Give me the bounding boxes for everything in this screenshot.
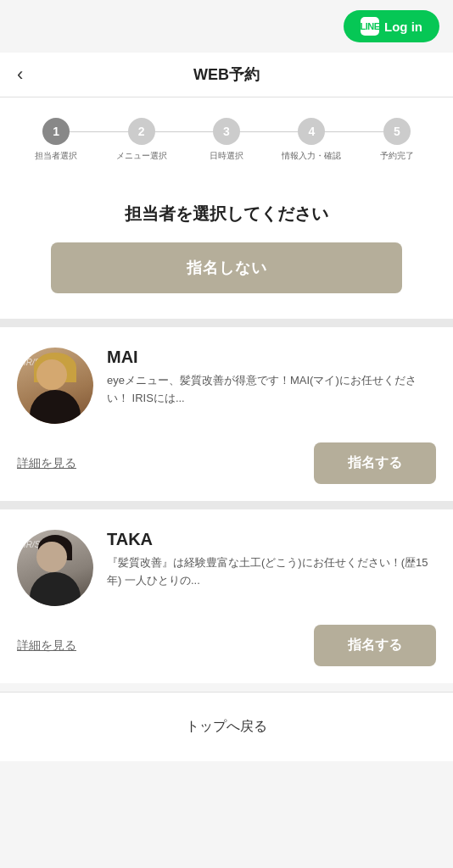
step-2-label: メニュー選択 (116, 150, 167, 162)
step-2-circle: 2 (128, 118, 155, 145)
back-button[interactable]: ‹ (17, 64, 23, 86)
stylist-info-taka: IR/S TAKA 『髪質改善』は経験豊富な土工(どこう)にお任せください！(歴… (17, 530, 436, 606)
taka-head (36, 542, 67, 572)
mai-figure (17, 359, 93, 424)
step-indicator: 1 担当者選択 2 メニュー選択 3 日時選択 4 情報入力・確認 5 予約完了 (0, 97, 453, 179)
back-to-top-link[interactable]: トップへ戻る (0, 692, 453, 761)
line-login-button[interactable]: LINE Log in (344, 10, 439, 42)
page-header: ‹ WEB予約 (0, 53, 453, 97)
step-1: 1 担当者選択 (14, 118, 98, 162)
no-nomination-wrapper: 指名しない (0, 242, 453, 319)
step-4-circle: 4 (298, 118, 325, 145)
step-2: 2 メニュー選択 (98, 118, 183, 162)
step-3-circle: 3 (213, 118, 240, 145)
stylist-info-mai: IR/S MAI eyeメニュー、髪質改善が得意です！MAI(マイ)にお任せくだ… (17, 348, 436, 424)
stylist-actions-mai: 詳細を見る 指名する (17, 439, 436, 484)
login-label: Log in (384, 19, 422, 34)
stylist-text-taka: TAKA 『髪質改善』は経験豊富な土工(どこう)にお任せください！(歴15年) … (107, 530, 436, 606)
step-4: 4 情報入力・確認 (269, 118, 354, 162)
step-1-label: 担当者選択 (35, 150, 77, 162)
step-3: 3 日時選択 (184, 118, 269, 162)
stylist-desc-mai: eyeメニュー、髪質改善が得意です！MAI(マイ)にお任せください！ IRISに… (107, 372, 436, 408)
stylist-name-mai: MAI (107, 348, 436, 367)
stylist-name-taka: TAKA (107, 530, 436, 549)
detail-link-taka[interactable]: 詳細を見る (17, 638, 76, 654)
step-5-label: 予約完了 (380, 150, 414, 162)
step-5: 5 予約完了 (355, 118, 439, 162)
step-5-circle: 5 (383, 118, 411, 145)
nominate-button-mai[interactable]: 指名する (314, 442, 436, 484)
divider-2 (0, 501, 453, 509)
nominate-button-taka[interactable]: 指名する (314, 625, 436, 666)
stylist-actions-taka: 詳細を見る 指名する (17, 621, 436, 666)
step-1-circle: 1 (42, 118, 70, 145)
stylist-card-mai: IR/S MAI eyeメニュー、髪質改善が得意です！MAI(マイ)にお任せくだ… (0, 327, 453, 501)
no-nomination-button[interactable]: 指名しない (51, 242, 402, 293)
top-bar: LINE Log in (0, 0, 453, 53)
line-icon: LINE (361, 17, 379, 36)
stylist-desc-taka: 『髪質改善』は経験豊富な土工(どこう)にお任せください！(歴15年) 一人ひとり… (107, 554, 436, 590)
page-title: WEB予約 (17, 64, 436, 85)
section-title: 担当者を選択してください (0, 179, 453, 242)
divider-1 (0, 319, 453, 327)
step-3-label: 日時選択 (210, 150, 243, 162)
taka-figure (17, 542, 93, 606)
mai-head (36, 359, 67, 390)
avatar-taka: IR/S (17, 530, 93, 606)
stylist-card-taka: IR/S TAKA 『髪質改善』は経験豊富な土工(どこう)にお任せください！(歴… (0, 509, 453, 683)
avatar-mai: IR/S (17, 348, 93, 424)
detail-link-mai[interactable]: 詳細を見る (17, 456, 76, 471)
step-4-label: 情報入力・確認 (282, 150, 341, 162)
stylist-text-mai: MAI eyeメニュー、髪質改善が得意です！MAI(マイ)にお任せください！ I… (107, 348, 436, 424)
